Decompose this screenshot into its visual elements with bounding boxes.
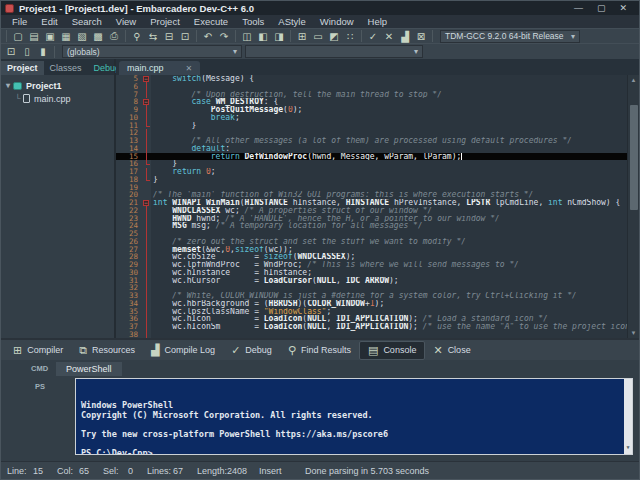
find-icon[interactable]: ⚲ bbox=[130, 30, 144, 43]
maximize-button[interactable]: ▢ bbox=[597, 1, 606, 15]
code-line[interactable]: 31 wc.hCursor = LoadCursor(NULL, IDC_ARR… bbox=[116, 277, 639, 285]
code-line[interactable]: 18} bbox=[116, 176, 639, 184]
code-area[interactable]: 5− switch(Message) {67 /* Upon destructi… bbox=[116, 75, 639, 338]
menu-view[interactable]: View bbox=[109, 15, 143, 28]
code-line[interactable]: 7 /* Upon destruction, tell the main thr… bbox=[116, 91, 639, 99]
code-line[interactable]: 19 bbox=[116, 184, 639, 192]
code-line[interactable]: 38 bbox=[116, 331, 639, 338]
compiler-select[interactable]: TDM-GCC 9.2.0 64-bit Release▾ bbox=[440, 30, 580, 43]
code-line[interactable]: 6 bbox=[116, 83, 639, 91]
code-line[interactable]: 24 MSG msg; /* A temporary location for … bbox=[116, 222, 639, 230]
layout-full-icon[interactable]: ▭ bbox=[311, 30, 325, 43]
profile-icon[interactable]: ▟ bbox=[398, 30, 412, 43]
report-tab-find-results[interactable]: ⚲Find Results bbox=[280, 342, 359, 359]
code-line[interactable]: 28 wc.cbSize = sizeof(WNDCLASSEX); bbox=[116, 253, 639, 261]
layout-report-icon[interactable]: ◩ bbox=[327, 30, 341, 43]
open-file-icon[interactable]: ▤ bbox=[27, 30, 41, 43]
tree-item-main-cpp[interactable]: └main.cpp bbox=[3, 92, 112, 105]
tree-expand-icon[interactable]: ▾ bbox=[3, 81, 13, 90]
tab-powershell[interactable]: PowerShell bbox=[56, 362, 122, 376]
code-line[interactable]: 32 bbox=[116, 284, 639, 292]
globals-select[interactable]: (globals)▾ bbox=[62, 45, 242, 58]
minimize-button[interactable]: — bbox=[574, 1, 583, 15]
close-button[interactable]: ✕ bbox=[619, 1, 627, 15]
code-line[interactable]: 12 bbox=[116, 129, 639, 137]
code-line[interactable]: 20/* The 'main' function of Win32 GUI pr… bbox=[116, 191, 639, 199]
save-icon[interactable]: ▣ bbox=[43, 30, 57, 43]
goto-function-icon[interactable]: ⊟ bbox=[162, 30, 176, 43]
fold-column[interactable]: − bbox=[142, 98, 151, 106]
terminal-scrollbar[interactable]: ▼ bbox=[624, 379, 632, 454]
layout-classic-icon[interactable]: ∷ bbox=[343, 30, 357, 43]
save-all-icon[interactable]: ▦ bbox=[59, 30, 73, 43]
line-number[interactable]: 6 bbox=[116, 83, 142, 91]
tree-item-project1[interactable]: ▾Project1 bbox=[3, 79, 112, 92]
code-line[interactable]: 37 wc.hIconSm = LoadIcon(NULL, IDI_APPLI… bbox=[116, 323, 639, 331]
scroll-down-icon[interactable]: ▼ bbox=[628, 328, 639, 338]
report-tab-close[interactable]: ✕Close bbox=[425, 342, 478, 359]
comment-icon[interactable]: ◨ bbox=[272, 30, 286, 43]
line-number[interactable]: 7 bbox=[116, 91, 142, 99]
fold-collapse-icon[interactable]: − bbox=[143, 200, 149, 206]
code-line[interactable]: 22 WNDCLASSEX wc; /* A properties struct… bbox=[116, 207, 639, 215]
menu-project[interactable]: Project bbox=[143, 15, 187, 28]
tab-main-cpp[interactable]: main.cpp ✕ bbox=[119, 61, 200, 75]
close-file-icon[interactable]: ▧ bbox=[75, 30, 89, 43]
menu-tools[interactable]: Tools bbox=[235, 15, 271, 28]
panel-tab-classes[interactable]: Classes bbox=[44, 61, 88, 75]
goto-line-icon[interactable]: ⊡ bbox=[178, 30, 192, 43]
code-line[interactable]: 16 } bbox=[116, 160, 639, 168]
code-line[interactable]: 8− case WM_DESTROY: { bbox=[116, 98, 639, 106]
toggle-bookmark-icon[interactable]: ▯ bbox=[20, 45, 34, 58]
code-line[interactable]: 34 wc.hbrBackground = (HBRUSH)(COLOR_WIN… bbox=[116, 300, 639, 308]
print-icon[interactable]: ⎙ bbox=[107, 30, 121, 43]
menu-window[interactable]: Window bbox=[313, 15, 361, 28]
editor-scrollbar[interactable]: ▲ ▼ bbox=[627, 75, 639, 338]
code-line[interactable]: 14 default: bbox=[116, 145, 639, 153]
menu-edit[interactable]: Edit bbox=[34, 15, 64, 28]
report-tab-compiler[interactable]: ⊞Compiler bbox=[5, 342, 71, 359]
code-line[interactable]: 15 return DefWindowProc(hwnd, Message, w… bbox=[116, 153, 639, 161]
redo-icon[interactable]: ↷ bbox=[217, 30, 231, 43]
code-line[interactable]: 13 /* All other messages (a lot of them)… bbox=[116, 137, 639, 145]
layout-grid-icon[interactable]: ⊞ bbox=[295, 30, 309, 43]
line-number[interactable]: 8 bbox=[116, 98, 142, 106]
open-project-icon[interactable]: ◧ bbox=[256, 30, 270, 43]
code-line[interactable]: 35 wc.lpszClassName = "WindowClass"; bbox=[116, 308, 639, 316]
fold-column[interactable]: − bbox=[142, 199, 151, 207]
terminal[interactable]: Windows PowerShellCopyright (C) Microsof… bbox=[75, 378, 633, 455]
syntax-check-icon[interactable]: ✓ bbox=[366, 30, 380, 43]
code-line[interactable]: 27 memset(&wc,0,sizeof(wc)); bbox=[116, 246, 639, 254]
code-line[interactable]: 26 /* zero out the struct and set the st… bbox=[116, 238, 639, 246]
panel-tab-project[interactable]: Project bbox=[1, 61, 44, 75]
delete-profiling-icon[interactable]: ⊠ bbox=[414, 30, 428, 43]
menu-file[interactable]: File bbox=[5, 15, 34, 28]
menu-execute[interactable]: Execute bbox=[187, 15, 235, 28]
code-line[interactable]: 9 PostQuitMessage(0); bbox=[116, 106, 639, 114]
report-tab-resources[interactable]: ⧉Resources bbox=[71, 342, 143, 359]
code-line[interactable]: 33 /* White, COLOR_WINDOW is just a #def… bbox=[116, 292, 639, 300]
report-tab-console[interactable]: ▤Console bbox=[359, 341, 425, 360]
code-line[interactable]: 5− switch(Message) { bbox=[116, 75, 639, 83]
fold-column[interactable]: − bbox=[142, 75, 151, 83]
line-number[interactable]: 38 bbox=[116, 331, 142, 338]
scroll-up-icon[interactable]: ▲ bbox=[628, 75, 639, 85]
code-line[interactable]: 36 wc.hIcon = LoadIcon(NULL, IDI_APPLICA… bbox=[116, 315, 639, 323]
new-project-icon[interactable]: ◫ bbox=[240, 30, 254, 43]
abort-compile-icon[interactable]: ✕ bbox=[382, 30, 396, 43]
menu-help[interactable]: Help bbox=[361, 15, 395, 28]
report-tab-compile-log[interactable]: ▟Compile Log bbox=[143, 342, 223, 359]
report-tab-debug[interactable]: ✓Debug bbox=[223, 342, 280, 359]
jump-to-icon[interactable]: ⊡ bbox=[4, 45, 18, 58]
close-all-icon[interactable]: ▩ bbox=[91, 30, 105, 43]
scrollbar-thumb[interactable] bbox=[630, 105, 638, 210]
code-line[interactable]: 21−int WINAPI WinMain(HINSTANCE hInstanc… bbox=[116, 199, 639, 207]
line-number[interactable]: 5 bbox=[116, 75, 142, 83]
code-line[interactable]: 29 wc.lpfnWndProc = WndProc; /* This is … bbox=[116, 261, 639, 269]
functions-select[interactable]: ▾ bbox=[245, 45, 423, 58]
menu-astyle[interactable]: AStyle bbox=[271, 15, 312, 28]
code-line[interactable]: 10 break; bbox=[116, 114, 639, 122]
code-line[interactable]: 23 HWND hwnd; /* A 'HANDLE', hence the H… bbox=[116, 215, 639, 223]
replace-icon[interactable]: ⇆ bbox=[146, 30, 160, 43]
new-file-icon[interactable]: ▢ bbox=[11, 30, 25, 43]
